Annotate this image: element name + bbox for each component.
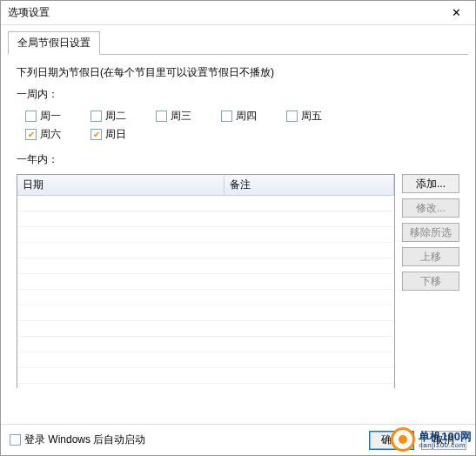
checkbox-sat[interactable]: ✔周六 xyxy=(25,127,61,142)
cancel-button[interactable]: 取消 xyxy=(421,431,466,450)
footer: 登录 Windows 后自动启动 确定 取消 xyxy=(1,424,475,455)
col-header-note[interactable]: 备注 xyxy=(225,175,394,195)
window-title: 选项设置 xyxy=(8,5,444,20)
checkbox-mon[interactable]: 周一 xyxy=(25,109,61,124)
checkbox-thu[interactable]: 周四 xyxy=(221,109,257,124)
checkbox-sun-label: 周日 xyxy=(105,127,126,142)
checkbox-thu-label: 周四 xyxy=(236,109,257,124)
remove-button[interactable]: 移除所选 xyxy=(402,223,459,242)
checkbox-sun[interactable]: ✔周日 xyxy=(91,127,126,142)
close-icon[interactable]: ✕ xyxy=(444,4,468,22)
holiday-grid[interactable]: 日期 备注 xyxy=(17,174,395,388)
add-button[interactable]: 添加... xyxy=(402,174,459,193)
checkbox-sat-label: 周六 xyxy=(40,127,61,142)
grid-header: 日期 备注 xyxy=(17,175,394,196)
checkbox-mon-label: 周一 xyxy=(40,109,61,124)
grid-buttons: 添加... 修改... 移除所选 上移 下移 xyxy=(402,174,459,388)
checkbox-autostart-label: 登录 Windows 后自动启动 xyxy=(24,433,145,447)
titlebar: 选项设置 ✕ xyxy=(1,1,475,25)
ok-button[interactable]: 确定 xyxy=(369,431,414,450)
checkbox-tue[interactable]: 周二 xyxy=(91,109,126,124)
weekly-label: 一周内： xyxy=(17,87,459,102)
col-header-date[interactable]: 日期 xyxy=(17,175,225,195)
checkbox-wed-label: 周三 xyxy=(171,109,191,124)
checkbox-wed[interactable]: 周三 xyxy=(156,109,191,124)
tab-content: 下列日期为节假日(在每个节目里可以设置节假日不播放) 一周内： 周一 周二 周三… xyxy=(1,55,475,393)
edit-button[interactable]: 修改... xyxy=(402,198,459,218)
move-down-button[interactable]: 下移 xyxy=(402,272,459,291)
move-up-button[interactable]: 上移 xyxy=(402,247,459,266)
holiday-note-text: 下列日期为节假日(在每个节目里可以设置节假日不播放) xyxy=(17,65,459,80)
yearly-label: 一年内： xyxy=(17,152,459,167)
grid-body[interactable] xyxy=(17,196,394,389)
checkbox-autostart[interactable]: 登录 Windows 后自动启动 xyxy=(10,433,145,447)
checkbox-tue-label: 周二 xyxy=(105,109,126,124)
tab-global-holiday[interactable]: 全局节假日设置 xyxy=(8,31,100,55)
checkbox-fri-label: 周五 xyxy=(301,109,322,124)
tabstrip: 全局节假日设置 xyxy=(8,30,468,55)
checkbox-fri[interactable]: 周五 xyxy=(286,109,322,124)
